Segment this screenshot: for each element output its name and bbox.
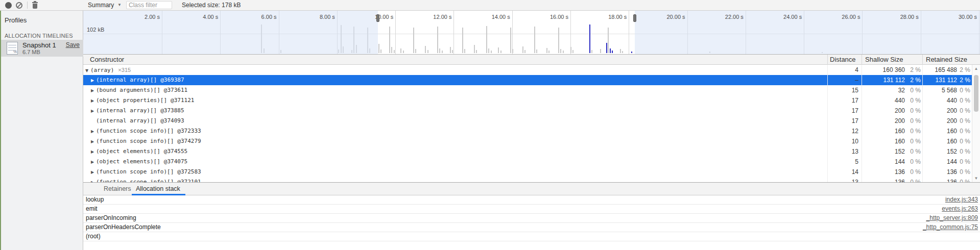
heap-grid-row[interactable]: ▶(object properties)[]@371121174400 %440… [83,95,972,106]
chevron-down-icon[interactable]: ▼ [117,0,122,10]
scroll-down-icon[interactable]: ▼ [972,176,980,181]
timeline-tick-label: 12.00 s [433,14,451,20]
shallow-size-cell: 320 % [862,85,922,95]
size-percent: 0 % [957,85,970,95]
expanded-triangle-icon[interactable]: ▼ [85,66,90,75]
constructor-name: (function scope info)[] [96,138,174,144]
size-percent: 0 % [905,177,921,182]
collapsed-triangle-icon[interactable]: ▶ [91,86,96,95]
stack-frame-row[interactable]: parserOnIncoming_http_server.js:809 [83,214,980,223]
column-header-shallow-size[interactable]: Shallow Size [862,55,922,65]
size-percent: 0 % [957,116,970,126]
distance-cell: 17 [827,116,862,126]
retained-size-cell: 1360 % [922,167,972,177]
timeline-tick-label: 2.00 s [145,14,160,20]
heap-grid-row[interactable]: ▶(object elements)[]@37407551440 %1440 % [83,157,972,167]
allocation-bar [491,51,492,53]
scrollbar-thumb[interactable] [974,75,978,112]
size-percent: 0 % [905,146,921,157]
heap-grid-row[interactable]: ▼(array)×3154160 3602 %165 4882 % [83,65,972,75]
frame-source-link[interactable]: _http_server.js:809 [926,214,980,222]
shallow-size-cell: 4400 % [862,95,922,106]
record-icon[interactable] [5,2,12,9]
collapsed-triangle-icon[interactable]: ▶ [91,137,96,146]
heap-grid-row[interactable]: ▶(function scope info)[]@374279101600 %1… [83,136,972,146]
save-link[interactable]: Save [66,41,80,48]
collapsed-triangle-icon[interactable]: ▶ [91,147,96,157]
collapsed-triangle-icon[interactable]: ▶ [91,178,96,182]
toolbar: Summary ▼ Selected size: 178 kB [0,0,980,11]
selection-handle-left[interactable] [376,14,379,22]
selection-handle-right[interactable] [633,14,636,22]
heap-grid-row[interactable]: ▶(function scope info)[]@372101131360 %1… [83,177,972,182]
object-id: @374555 [164,148,187,155]
collapsed-triangle-icon[interactable]: ▶ [91,76,96,85]
constructor-cell: ▶(internal array)[]@369387 [83,75,827,85]
scroll-up-icon[interactable]: ▲ [972,66,980,71]
allocation-bar [389,27,390,53]
size-value: 160 [862,136,905,146]
timeline-tick-label: 6.00 s [261,14,277,20]
allocation-bar [500,51,501,53]
size-value: 160 [923,126,957,136]
retained-size-cell: 1440 % [922,157,972,167]
heap-grid-row[interactable]: ▶(function scope info)[]@372333121600 %1… [83,126,972,136]
constructor-name: (object elements)[] [96,158,160,165]
timeline-tick-label: 22.00 s [725,14,744,20]
frame-source-link[interactable]: events.js:263 [942,205,980,213]
heap-grid-row[interactable]: ▶(internal array)[]@369387–131 1122 %131… [83,75,972,85]
allocation-bar [558,28,559,53]
distance-cell: – [827,75,862,85]
distance-cell: 14 [827,167,862,177]
allocation-stack-panel: lookupindex.js:343emitevents.js:263parse… [83,195,980,250]
size-percent: 0 % [905,136,921,146]
clear-icon[interactable] [16,2,22,9]
collapsed-triangle-icon[interactable]: ▶ [91,157,96,167]
trash-icon[interactable] [32,2,38,9]
constructor-name: (bound arguments)[] [96,87,160,93]
timeline-tick-line [512,11,513,54]
allocation-bar-live [610,48,611,53]
frame-source-link[interactable]: _http_common.js:75 [923,223,980,232]
column-header-retained-size[interactable]: Retained Size [922,55,972,65]
distance-cell: 13 [827,177,862,182]
allocation-bar [427,50,428,53]
stack-frame-row[interactable]: lookupindex.js:343 [83,195,980,205]
sidebar-item-snapshot-1[interactable]: % Snapshot 1 6.7 MB Save [0,40,83,57]
heap-grid-row[interactable]: ▶(object elements)[]@374555131520 %1520 … [83,146,972,157]
timeline-tick-line [395,11,396,54]
column-header-distance[interactable]: Distance [827,55,862,65]
heap-grid-row[interactable]: ▶(function scope info)[]@372583141360 %1… [83,167,972,177]
grid-scrollbar[interactable]: ▲ ▼ [972,65,980,182]
stack-frame-row[interactable]: (root) [83,232,980,241]
size-percent: 0 % [957,157,970,167]
instance-count: ×315 [118,67,131,73]
timeline-tick-label: 14.00 s [492,14,510,20]
retained-size-cell: 1520 % [922,146,972,157]
summary-dropdown[interactable]: Summary [88,0,114,10]
collapsed-triangle-icon[interactable]: ▶ [91,127,96,136]
collapsed-triangle-icon[interactable]: ▶ [91,167,96,177]
allocation-bar [608,28,609,53]
collapsed-triangle-icon[interactable]: ▶ [91,96,96,106]
stack-frame-row[interactable]: emitevents.js:263 [83,205,980,214]
stack-frame-row[interactable]: parserOnHeadersComplete_http_common.js:7… [83,223,980,232]
heap-grid-row[interactable]: ▶(bound arguments)[]@37361115320 %5 5680… [83,85,972,95]
allocation-bar [442,51,443,53]
shallow-size-cell: 160 3602 % [862,65,922,75]
allocation-bar [512,49,513,53]
collapsed-triangle-icon[interactable]: ▶ [91,106,96,116]
allocation-timeline-overview[interactable]: 2.00 s4.00 s6.00 s8.00 s10.00 s12.00 s14… [83,11,980,55]
heap-grid-row[interactable]: (internal array)[]@374093172000 %2000 % [83,116,972,126]
allocation-bar [522,46,523,53]
constructor-name: (internal array)[] [96,77,157,83]
class-filter-input[interactable] [126,1,172,9]
heap-grid-row[interactable]: ▶(internal array)[]@373885172000 %2000 % [83,106,972,116]
constructor-name: (object properties)[] [96,97,167,104]
size-percent: 0 % [905,157,921,167]
tab-retainers[interactable]: Retainers [104,183,131,195]
column-header-constructor[interactable]: Constructor [83,55,827,65]
size-value: 131 112 [923,75,957,85]
frame-source-link[interactable]: index.js:343 [945,195,980,204]
size-value: 136 [862,177,905,182]
